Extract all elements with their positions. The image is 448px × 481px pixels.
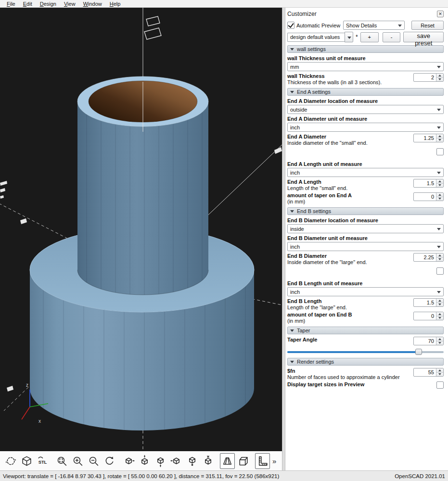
end-a-length-value: 1.5	[414, 179, 436, 187]
menu-help[interactable]: Help	[106, 1, 125, 7]
viewport-canvas: z x	[0, 8, 282, 451]
spinner-down[interactable]	[436, 341, 443, 345]
orthographic-icon	[237, 455, 249, 467]
perspective-view-button[interactable]	[220, 453, 235, 469]
section-end-b-settings[interactable]: End B settings	[287, 207, 444, 215]
stl-export-button[interactable]: STL	[35, 453, 50, 469]
menu-design[interactable]: Design	[36, 1, 60, 7]
view-back-button[interactable]	[201, 453, 216, 469]
spinner-up[interactable]	[436, 134, 443, 138]
fn-spinbox[interactable]: 55	[413, 368, 444, 377]
show-cube-button[interactable]	[19, 453, 34, 469]
view-left-button[interactable]	[169, 453, 184, 469]
zoom-all-button[interactable]	[54, 453, 69, 469]
reset-button[interactable]: Reset	[411, 21, 444, 30]
wall-thickness-spinbox[interactable]: 2	[413, 73, 444, 82]
end-a-diameter-spinbox[interactable]: 1.25	[413, 134, 444, 142]
spinner-up[interactable]	[436, 253, 443, 257]
section-render-settings[interactable]: Render settings	[287, 358, 444, 366]
save-preset-button[interactable]: save preset	[403, 32, 444, 42]
end-a-taper-value: 0	[414, 193, 436, 201]
spinner-up[interactable]	[436, 179, 443, 183]
spinner-down[interactable]	[436, 77, 443, 82]
measure-button[interactable]	[255, 453, 270, 469]
measure-icon	[256, 455, 269, 467]
show-details-value: Show Details	[346, 23, 377, 28]
slider-handle[interactable]	[415, 349, 422, 355]
reset-view-button[interactable]	[102, 453, 117, 469]
taper-angle-value: 70	[414, 337, 436, 345]
spinner-up[interactable]	[436, 193, 443, 197]
menu-edit[interactable]: Edit	[19, 1, 36, 7]
end-b-length-unit-dropdown[interactable]: inch	[287, 287, 444, 296]
slider-fill	[287, 351, 419, 353]
spinner-down[interactable]	[436, 316, 443, 320]
preset-dropdown-arrow[interactable]	[345, 32, 353, 42]
spinner-down[interactable]	[436, 138, 443, 142]
add-preset-button[interactable]: +	[360, 32, 379, 42]
animate-button[interactable]	[3, 453, 18, 469]
end-b-diameter-unit-dropdown[interactable]: inch	[287, 242, 444, 251]
end-a-diameter-option-checkbox[interactable]	[436, 148, 444, 155]
display-target-sizes-checkbox[interactable]	[436, 381, 444, 389]
show-details-dropdown[interactable]: Show Details	[343, 21, 405, 30]
orthographic-view-button[interactable]	[236, 453, 251, 469]
spinner-down[interactable]	[436, 257, 443, 262]
perspective-icon	[221, 455, 233, 467]
end-a-diameter-unit-dropdown[interactable]: inch	[287, 123, 444, 132]
view-front-button[interactable]	[185, 453, 200, 469]
end-a-location-dropdown[interactable]: outside	[287, 105, 444, 114]
menu-view[interactable]: View	[60, 1, 79, 7]
taper-angle-slider[interactable]	[287, 348, 444, 355]
spinner-down[interactable]	[436, 372, 443, 377]
view-bottom-button[interactable]	[153, 453, 168, 469]
splitter[interactable]	[282, 8, 285, 470]
view-front-icon	[186, 455, 198, 467]
end-b-diameter-spinbox[interactable]: 2.25	[413, 253, 444, 262]
spinner-up[interactable]	[436, 299, 443, 303]
end-a-diameter-label: End A Diameter	[287, 134, 368, 140]
spinner-down[interactable]	[436, 303, 443, 307]
fn-desc: Number of faces used to approximate a cy…	[287, 374, 400, 380]
chevron-down-icon	[398, 25, 402, 27]
close-icon[interactable]: ✕	[437, 11, 444, 17]
spinner-down[interactable]	[436, 183, 443, 188]
end-b-diameter-option-checkbox[interactable]	[436, 267, 444, 275]
end-b-taper-spinbox[interactable]: 0	[413, 312, 444, 320]
3d-viewport[interactable]: z x	[0, 8, 282, 451]
end-a-length-spinbox[interactable]: 1.5	[413, 179, 444, 188]
svg-text:STL: STL	[38, 459, 47, 464]
end-a-length-desc: Length of the "small" end.	[287, 185, 347, 191]
toolbar-overflow-chevron[interactable]: »	[272, 457, 276, 465]
end-a-length-unit-dropdown[interactable]: inch	[287, 168, 444, 177]
end-b-length-spinbox[interactable]: 1.5	[413, 298, 444, 307]
section-taper[interactable]: Taper	[287, 327, 444, 334]
collapse-icon	[290, 361, 294, 363]
spinner-up[interactable]	[436, 74, 443, 77]
menu-window[interactable]: Window	[79, 1, 106, 7]
taper-angle-spinbox[interactable]: 70	[413, 337, 444, 345]
preset-dropdown[interactable]: design default values	[287, 33, 345, 42]
end-a-taper-spinbox[interactable]: 0	[413, 192, 444, 201]
spinner-down[interactable]	[436, 197, 443, 201]
spinner-up[interactable]	[436, 368, 443, 372]
wall-unit-dropdown[interactable]: mm	[287, 62, 444, 71]
spinner-up[interactable]	[436, 337, 443, 341]
automatic-preview-checkbox[interactable]	[287, 22, 294, 29]
fn-label: $fn	[287, 368, 400, 374]
section-end-a-settings[interactable]: End A settings	[287, 88, 444, 96]
zoom-in-button[interactable]	[70, 453, 85, 469]
end-b-location-dropdown[interactable]: inside	[287, 224, 444, 233]
chevron-down-icon	[437, 66, 441, 68]
end-a-length-unit-value: inch	[290, 170, 300, 176]
view-right-button[interactable]	[121, 453, 136, 469]
spinner-up[interactable]	[436, 312, 443, 316]
customizer-panel: Customizer ✕ Automatic Preview Show Deta…	[285, 8, 448, 470]
zoom-out-button[interactable]	[86, 453, 101, 469]
remove-preset-button[interactable]: -	[383, 32, 401, 42]
view-top-button[interactable]	[137, 453, 152, 469]
viewport-toolbar: STL	[0, 451, 282, 470]
fn-value: 55	[414, 368, 436, 376]
menubar: File Edit Design View Window Help	[0, 0, 448, 8]
menu-file[interactable]: File	[3, 1, 19, 7]
